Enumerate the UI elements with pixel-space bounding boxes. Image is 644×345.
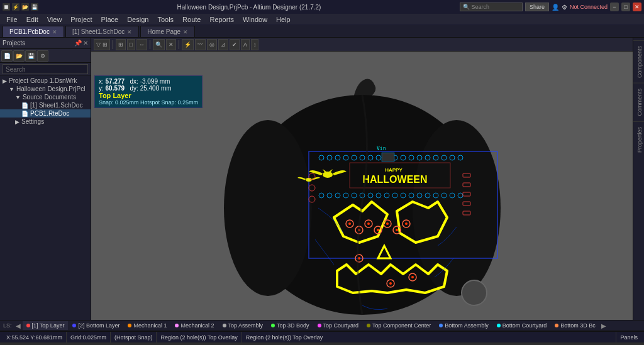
layer-tabs: LS: ◀ [1] Top Layer[2] Bottom LayerMecha…: [0, 320, 644, 331]
panels-btn[interactable]: Panels: [616, 332, 641, 342]
open-btn[interactable]: 📂: [13, 50, 25, 62]
track-btn[interactable]: 〰: [195, 39, 206, 50]
tree-item-2[interactable]: ▼Source Documents: [0, 93, 91, 101]
tree-item-3[interactable]: 📄[1] Sheet1.SchDoc: [0, 101, 91, 109]
coord-ydx: y: 60.579 dy: 25.400 mm: [99, 85, 198, 92]
layer-tab-7[interactable]: Top Courtyard: [314, 321, 363, 330]
save-btn[interactable]: 💾: [25, 50, 36, 62]
layer-name: Top Layer: [99, 92, 198, 99]
layer-tab-3[interactable]: Mechanical 1: [124, 321, 170, 330]
minimize-button[interactable]: −: [610, 3, 619, 11]
layer-tab-label-3: Mechanical 1: [133, 322, 167, 329]
svg-point-67: [411, 276, 414, 278]
sep1: [113, 40, 113, 49]
zoom-area-btn[interactable]: □: [127, 39, 135, 50]
comp-btn[interactable]: ⊿: [218, 39, 228, 50]
text-btn[interactable]: A: [241, 39, 250, 50]
layer-nav-prev[interactable]: ◀: [14, 322, 22, 329]
menu-window[interactable]: Window: [239, 15, 271, 24]
route-btn[interactable]: ⚡: [182, 39, 194, 50]
filter-btn[interactable]: ▽ ⊞: [94, 39, 110, 50]
tab-close-pcb1.[interactable]: ✕: [52, 29, 57, 35]
tree-item-0[interactable]: ▶Project Group 1.DsnWrk: [0, 77, 91, 85]
not-connected-label: Not Connected: [570, 4, 608, 10]
menu-place[interactable]: Place: [97, 15, 123, 24]
properties-tab[interactable]: Properties: [633, 121, 644, 158]
ruler-btn[interactable]: ↔: [136, 39, 147, 50]
menu-file[interactable]: File: [3, 15, 21, 24]
tab-close-home[interactable]: ✕: [183, 29, 188, 35]
tab-close-1s[interactable]: ✕: [127, 29, 132, 35]
menu-route[interactable]: Route: [179, 15, 204, 24]
layer-tab-8[interactable]: Top Component Center: [363, 321, 435, 330]
layer-tab-label-10: Bottom Courtyard: [502, 322, 547, 329]
menu-edit[interactable]: Edit: [23, 15, 42, 24]
layer-tab-1[interactable]: [1] Top Layer: [23, 321, 69, 330]
maximize-button[interactable]: □: [621, 3, 630, 11]
layer-tab-9[interactable]: Bottom Assembly: [435, 321, 492, 330]
tab-home-page[interactable]: Home Page✕: [140, 26, 195, 37]
svg-text:HAPPY: HAPPY: [385, 167, 402, 173]
panel-pin-icon[interactable]: 📌: [74, 40, 82, 47]
layer-tab-2[interactable]: [2] Bottom Layer: [69, 321, 123, 330]
layer-tab-label-4: Mechanical 2: [180, 322, 214, 329]
layer-tab-4[interactable]: Mechanical 2: [171, 321, 218, 330]
app-icons: 🔲 ⚡ 📂 💾: [3, 3, 38, 11]
share-button[interactable]: Share: [525, 3, 549, 11]
menu-help[interactable]: Help: [272, 15, 294, 24]
inspect-btn[interactable]: 🔍: [153, 39, 165, 50]
svg-point-28: [323, 172, 333, 178]
tabbar: PCB1.PcbDoc✕[1] Sheet1.SchDoc✕Home Page✕: [0, 25, 644, 38]
tab-1-sheet1schdoc[interactable]: [1] Sheet1.SchDoc✕: [65, 26, 139, 37]
close-button[interactable]: ✕: [633, 3, 641, 11]
dim-btn[interactable]: ↕: [251, 39, 259, 50]
status-region2: Region (2 hole(s)) Top Overlay: [242, 332, 617, 342]
layer-nav-next[interactable]: ▶: [600, 322, 608, 329]
titlebar-controls: 🔍 Search Share 👤 ⚙ Not Connected − □ ✕: [460, 3, 641, 11]
svg-point-61: [377, 229, 379, 231]
tree-item-4[interactable]: 📄PCB1.RteDoc: [0, 109, 91, 118]
settings-btn[interactable]: ⚙: [37, 50, 48, 62]
svg-text:HALLOWEEN: HALLOWEEN: [362, 174, 427, 185]
layer-tab-10[interactable]: Bottom Courtyard: [493, 321, 551, 330]
statusbar: X:55.524 Y:60.681mm Grid:0.025mm (Hotspo…: [0, 331, 644, 342]
panel-close-icon[interactable]: ✕: [83, 40, 88, 47]
svg-point-64: [405, 222, 408, 225]
menu-tools[interactable]: Tools: [153, 15, 177, 24]
layer-tab-label-2: [2] Bottom Layer: [78, 322, 119, 329]
clear-btn[interactable]: ✕: [166, 39, 176, 50]
new-btn[interactable]: 📄: [1, 50, 13, 62]
components-tab[interactable]: Components: [633, 40, 644, 83]
panel-toolbar: 📄 📂 💾 ⚙: [0, 49, 91, 63]
comments-tab[interactable]: Comments: [633, 83, 644, 121]
svg-point-63: [396, 229, 398, 231]
drc-btn[interactable]: ✔: [230, 39, 240, 50]
snap-info: Snap: 0.025mm Hotspot Snap: 0.25mm: [99, 99, 198, 106]
canvas-toolbar: ▽ ⊞ ⊞ □ ↔ 🔍 ✕ ⚡ 〰 ◎ ⊿ ✔ A ↕: [91, 38, 633, 52]
layer-tab-11[interactable]: Bottom 3D Bc: [551, 321, 599, 330]
tab-pcb1pcbdoc[interactable]: PCB1.PcbDoc✕: [3, 26, 64, 37]
layer-tab-6[interactable]: Top 3D Body: [267, 321, 313, 330]
right-panel: Components Comments Properties: [633, 38, 644, 320]
zoom-fit-btn[interactable]: ⊞: [116, 39, 126, 50]
tree-item-5[interactable]: ▶Settings: [0, 118, 91, 126]
layer-tab-label-7: Top Courtyard: [323, 322, 359, 329]
search-input[interactable]: [3, 64, 88, 74]
menu-reports[interactable]: Reports: [206, 15, 238, 24]
sep3: [179, 40, 179, 49]
layer-tab-label-1: [1] Top Layer: [32, 322, 65, 329]
account-icon[interactable]: 👤: [552, 4, 559, 11]
menubar: FileEditViewProjectPlaceDesignToolsRoute…: [0, 14, 644, 25]
menu-project[interactable]: Project: [67, 15, 96, 24]
menu-view[interactable]: View: [43, 15, 66, 24]
tree-item-1[interactable]: ▼Halloween Design.PrjPcl: [0, 85, 91, 93]
via-btn[interactable]: ◎: [207, 39, 217, 50]
layer-tab-label-5: Top Assembly: [228, 322, 264, 329]
layer-tab-5[interactable]: Top Assembly: [219, 321, 267, 330]
coord-overlay: x: 57.277 dx: -3.099 mm y: 60.579 dy: 25…: [94, 75, 203, 108]
search-bar[interactable]: 🔍 Search: [460, 3, 523, 11]
panel-title: Projects: [3, 40, 25, 47]
left-panel: Projects 📌 ✕ 📄 📂 💾 ⚙ ▶Project Group 1.Ds…: [0, 38, 91, 320]
settings-icon[interactable]: ⚙: [562, 4, 567, 11]
menu-design[interactable]: Design: [123, 15, 152, 24]
